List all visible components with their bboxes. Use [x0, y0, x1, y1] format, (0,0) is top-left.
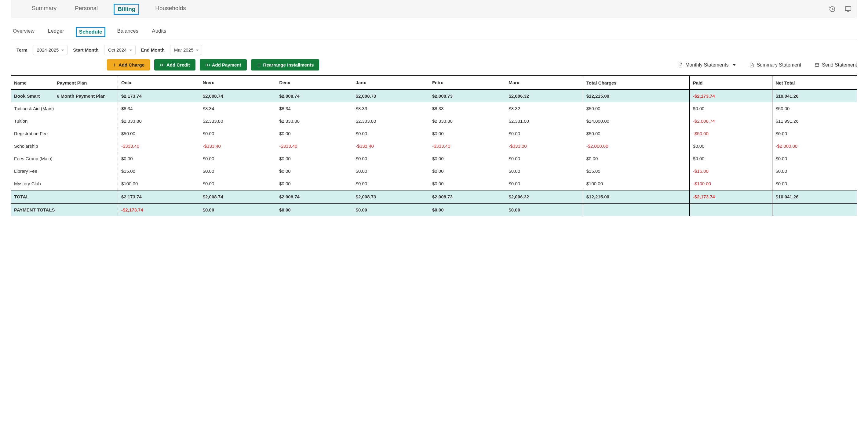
table-row: Tuition$2,333.80$2,333.80$2,333.80$2,333…: [11, 115, 857, 127]
cell-name: Library Fee: [11, 165, 118, 177]
svg-rect-0: [845, 6, 851, 10]
cell: $0.00: [429, 203, 505, 216]
caret-right-icon: ▸: [364, 80, 367, 85]
cell: $2,008.73: [429, 90, 505, 102]
cell: $0.00: [505, 203, 583, 216]
top-tab-bar: Summary Personal Billing Households: [11, 0, 857, 18]
add-payment-label: Add Payment: [212, 62, 241, 67]
document-icon: [678, 63, 683, 67]
cell: $8.34: [118, 102, 200, 115]
caret-right-icon: ▸: [288, 80, 291, 85]
col-month-dec[interactable]: Dec▸: [276, 76, 352, 90]
cell: [772, 203, 857, 216]
add-charge-label: Add Charge: [119, 62, 145, 67]
money-icon: [205, 63, 210, 67]
tab-households[interactable]: Households: [153, 4, 188, 15]
cell: $0.00: [200, 177, 276, 190]
cell: -$2,173.74: [690, 90, 772, 102]
cell: $100.00: [118, 177, 200, 190]
monitor-icon[interactable]: [845, 6, 851, 12]
svg-point-6: [161, 64, 163, 66]
subtab-schedule[interactable]: Schedule: [76, 27, 106, 37]
start-month-select[interactable]: Oct 2024: [104, 45, 135, 55]
cell-name: Book Smart: [11, 90, 54, 102]
cell: $2,008.74: [276, 90, 352, 102]
add-credit-label: Add Credit: [166, 62, 190, 67]
list-icon: [256, 63, 261, 67]
end-month-select[interactable]: Mar 2025: [170, 45, 202, 55]
col-name: Name: [11, 76, 54, 90]
table-row: Registration Fee$50.00$0.00$0.00$0.00$0.…: [11, 127, 857, 140]
col-month-nov[interactable]: Nov▸: [200, 76, 276, 90]
subtab-audits[interactable]: Audits: [150, 27, 168, 39]
caret-right-icon: ▸: [517, 80, 520, 85]
cell: -$333.40: [118, 140, 200, 152]
col-month-jan[interactable]: Jan▸: [353, 76, 429, 90]
send-statement-link[interactable]: Send Statement: [814, 62, 857, 68]
cell: $15.00: [583, 165, 690, 177]
col-month-oct[interactable]: Oct▸: [118, 76, 200, 90]
monthly-statements-link[interactable]: Monthly Statements: [678, 62, 736, 68]
table-row: Fees Group (Main)$0.00$0.00$0.00$0.00$0.…: [11, 152, 857, 165]
cell: $2,008.74: [200, 90, 276, 102]
cell: $50.00: [772, 102, 857, 115]
caret-right-icon: ▸: [212, 80, 214, 85]
cell: $12,215.00: [583, 190, 690, 203]
summary-statement-link[interactable]: Summary Statement: [749, 62, 801, 68]
cell: $50.00: [583, 102, 690, 115]
subtab-overview[interactable]: Overview: [11, 27, 36, 39]
add-payment-button[interactable]: Add Payment: [200, 59, 247, 70]
cell: -$333.40: [429, 140, 505, 152]
history-icon[interactable]: [829, 6, 836, 12]
tab-summary[interactable]: Summary: [29, 4, 59, 15]
cell: $0.00: [583, 152, 690, 165]
add-charge-button[interactable]: Add Charge: [107, 59, 150, 70]
cell: -$50.00: [690, 127, 772, 140]
end-month-label: End Month: [141, 47, 165, 53]
tab-personal[interactable]: Personal: [72, 4, 100, 15]
table-header-row: Name Payment Plan Oct▸ Nov▸ Dec▸ Jan▸ Fe…: [11, 76, 857, 90]
cell: $8.33: [429, 102, 505, 115]
cell: [583, 203, 690, 216]
add-credit-button[interactable]: Add Credit: [154, 59, 195, 70]
cell: $0.00: [429, 127, 505, 140]
cell: -$333.40: [200, 140, 276, 152]
col-month-label: Jan: [356, 80, 364, 85]
cell: $0.00: [772, 127, 857, 140]
cell: $0.00: [276, 165, 352, 177]
cell: $50.00: [118, 127, 200, 140]
col-month-feb[interactable]: Feb▸: [429, 76, 505, 90]
subtab-balances[interactable]: Balances: [115, 27, 140, 39]
cell: $0.00: [772, 177, 857, 190]
cell: $0.00: [690, 102, 772, 115]
cell-name: Tuition & Aid (Main): [11, 102, 118, 115]
subtab-ledger[interactable]: Ledger: [46, 27, 66, 39]
cell-name: Registration Fee: [11, 127, 118, 140]
rearrange-button[interactable]: Rearrange Installments: [251, 59, 319, 70]
cell: $15.00: [118, 165, 200, 177]
term-select[interactable]: 2024-2025: [33, 45, 68, 55]
col-paid: Paid: [690, 76, 772, 90]
cell: $0.00: [353, 203, 429, 216]
cell: $100.00: [583, 177, 690, 190]
cell: $0.00: [772, 152, 857, 165]
cell: $0.00: [200, 165, 276, 177]
cell: -$2,173.74: [118, 203, 200, 216]
cell: $2,331.00: [505, 115, 583, 127]
col-month-mar[interactable]: Mar▸: [505, 76, 583, 90]
plus-icon: [113, 63, 117, 67]
col-month-label: Dec: [279, 80, 288, 85]
cell: -$100.00: [690, 177, 772, 190]
cell: $0.00: [505, 177, 583, 190]
cell: $0.00: [505, 165, 583, 177]
send-statement-label: Send Statement: [822, 62, 857, 68]
cell: -$2,173.74: [690, 190, 772, 203]
cell: $0.00: [118, 152, 200, 165]
payment-totals-row: PAYMENT TOTALS-$2,173.74$0.00$0.00$0.00$…: [11, 203, 857, 216]
payment-totals-label: PAYMENT TOTALS: [11, 203, 118, 216]
cell: $0.00: [276, 152, 352, 165]
cell: -$2,008.74: [690, 115, 772, 127]
tab-billing[interactable]: Billing: [114, 4, 139, 15]
table-row: Scholarship-$333.40-$333.40-$333.40-$333…: [11, 140, 857, 152]
sub-tab-bar: Overview Ledger Schedule Balances Audits: [11, 18, 857, 39]
